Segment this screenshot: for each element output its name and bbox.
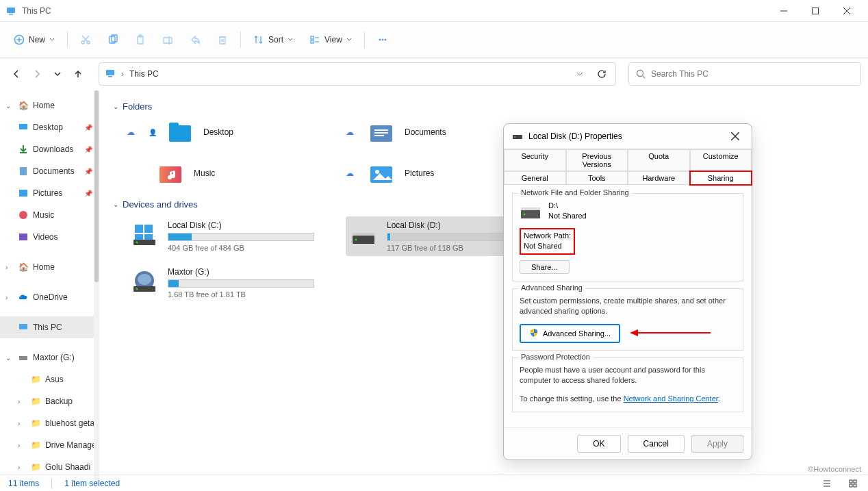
delete-button[interactable] bbox=[210, 29, 235, 51]
svg-rect-48 bbox=[374, 132, 388, 134]
music-icon bbox=[18, 210, 29, 221]
documents-folder-icon bbox=[368, 118, 395, 146]
svg-point-57 bbox=[136, 242, 138, 244]
folder-desktop[interactable]: ☁ 👤 Desktop bbox=[127, 118, 305, 146]
svg-point-29 bbox=[379, 39, 381, 40]
svg-rect-3 bbox=[813, 8, 819, 14]
svg-point-51 bbox=[375, 170, 379, 174]
nav-row: › This PC bbox=[0, 58, 868, 90]
tree-drive-manager[interactable]: ›📁Drive Manager bbox=[0, 434, 99, 456]
tree-this-pc[interactable]: This PC bbox=[0, 316, 99, 338]
share-button[interactable]: Share... bbox=[520, 260, 570, 274]
svg-point-67 bbox=[136, 288, 138, 290]
network-sharing-center-link[interactable]: Network and Sharing Center bbox=[624, 394, 718, 403]
refresh-button[interactable] bbox=[593, 66, 610, 82]
svg-rect-53 bbox=[144, 225, 153, 233]
pc-icon bbox=[105, 68, 116, 81]
tiles-view-button[interactable] bbox=[846, 477, 860, 490]
tab-sharing[interactable]: Sharing bbox=[690, 171, 752, 185]
tree-videos[interactable]: Videos bbox=[0, 226, 99, 248]
cancel-button[interactable]: Cancel bbox=[628, 435, 685, 453]
tree-backup[interactable]: ›📁Backup bbox=[0, 390, 99, 412]
folder-pictures[interactable]: ☁ Pictures bbox=[346, 160, 524, 187]
svg-rect-38 bbox=[19, 190, 27, 197]
svg-rect-15 bbox=[138, 36, 143, 44]
status-bar: 11 items 1 item selected bbox=[0, 475, 868, 491]
tree-bluehost[interactable]: ›📁bluehost getall bbox=[0, 412, 99, 434]
rename-button[interactable] bbox=[155, 29, 180, 51]
tree-maxtor[interactable]: ⌄Maxtor (G:) bbox=[0, 347, 99, 368]
copy-button[interactable] bbox=[101, 29, 125, 51]
tree-desktop[interactable]: Desktop📌 bbox=[0, 116, 99, 138]
new-label: New bbox=[29, 35, 45, 45]
chevron-right-icon: › bbox=[121, 69, 124, 79]
selection-count: 1 item selected bbox=[64, 479, 120, 488]
apply-button[interactable]: Apply bbox=[691, 435, 743, 453]
minimize-button[interactable] bbox=[768, 0, 800, 22]
cut-button[interactable] bbox=[73, 29, 98, 51]
svg-rect-33 bbox=[108, 76, 112, 77]
ok-button[interactable]: OK bbox=[577, 435, 620, 453]
svg-rect-26 bbox=[311, 40, 314, 43]
recent-button[interactable] bbox=[48, 64, 67, 84]
tab-hardware[interactable]: Hardware bbox=[628, 171, 690, 185]
tab-customize[interactable]: Customize bbox=[690, 149, 752, 171]
drive-item[interactable]: Local Disk (C:)404 GB free of 484 GB bbox=[127, 216, 318, 256]
more-button[interactable] bbox=[370, 29, 395, 51]
tree-documents[interactable]: Documents📌 bbox=[0, 160, 99, 182]
videos-icon bbox=[18, 231, 29, 242]
address-bar[interactable]: › This PC bbox=[99, 62, 616, 86]
tree-home[interactable]: ⌄🏠Home bbox=[0, 95, 99, 116]
tree-onedrive[interactable]: ›OneDrive bbox=[0, 286, 99, 308]
tree-music[interactable]: Music bbox=[0, 204, 99, 226]
dialog-close-button[interactable] bbox=[727, 128, 743, 144]
tab-general[interactable]: General bbox=[504, 171, 566, 185]
cloud-icon: ☁ bbox=[127, 127, 139, 137]
nav-pane: ⌄🏠Home Desktop📌 Downloads📌 Documents📌 Pi… bbox=[0, 90, 99, 481]
back-button[interactable] bbox=[7, 64, 26, 84]
search-box[interactable] bbox=[628, 62, 861, 86]
svg-point-74 bbox=[524, 214, 526, 216]
svg-rect-37 bbox=[20, 167, 27, 175]
details-view-button[interactable] bbox=[820, 477, 834, 490]
tree-downloads[interactable]: Downloads📌 bbox=[0, 138, 99, 160]
paste-button[interactable] bbox=[128, 29, 153, 51]
svg-rect-81 bbox=[850, 484, 852, 487]
tab-tools[interactable]: Tools bbox=[566, 171, 628, 185]
password-protection-group: Password Protection People must have a u… bbox=[512, 357, 743, 412]
search-input[interactable] bbox=[651, 69, 854, 79]
share-button[interactable] bbox=[183, 29, 207, 51]
breadcrumb-root[interactable]: This PC bbox=[129, 69, 159, 79]
address-dropdown[interactable] bbox=[572, 66, 588, 82]
maximize-button[interactable] bbox=[800, 0, 831, 22]
folder-music[interactable]: Music bbox=[127, 160, 305, 187]
svg-rect-43 bbox=[169, 125, 191, 142]
folders-header[interactable]: ⌄Folders bbox=[113, 101, 854, 112]
pin-icon: 📌 bbox=[84, 168, 92, 175]
sidebar-scrollbar[interactable] bbox=[94, 90, 99, 481]
view-button[interactable]: View bbox=[303, 29, 359, 51]
tab-quota[interactable]: Quota bbox=[628, 149, 690, 171]
drive-free-text: 404 GB free of 484 GB bbox=[168, 244, 314, 252]
svg-point-31 bbox=[385, 39, 386, 40]
close-button[interactable] bbox=[831, 0, 863, 22]
drive-item[interactable]: Maxtor (G:)1.68 TB free of 1.81 TB bbox=[127, 263, 318, 303]
sort-button[interactable]: Sort bbox=[246, 29, 300, 51]
svg-rect-49 bbox=[374, 135, 384, 136]
tab-security[interactable]: Security bbox=[504, 149, 566, 171]
up-button[interactable] bbox=[68, 64, 88, 84]
folder-documents[interactable]: ☁ Documents bbox=[346, 118, 524, 146]
share-status: Not Shared bbox=[548, 211, 587, 221]
tree-pictures[interactable]: Pictures📌 bbox=[0, 182, 99, 204]
svg-rect-25 bbox=[311, 36, 314, 39]
drive-icon bbox=[350, 221, 377, 248]
new-button[interactable]: New bbox=[7, 29, 62, 51]
desktop-icon bbox=[18, 122, 29, 133]
tree-home2[interactable]: ›🏠Home bbox=[0, 256, 99, 278]
tree-asus[interactable]: 📁Asus bbox=[0, 368, 99, 390]
forward-button[interactable] bbox=[27, 64, 47, 84]
advanced-sharing-button[interactable]: Advanced Sharing... bbox=[520, 324, 620, 343]
content-pane: ⌄Folders ☁ 👤 Desktop Music ☁ Docume bbox=[99, 90, 868, 481]
svg-point-60 bbox=[355, 239, 357, 241]
tab-previous-versions[interactable]: Previous Versions bbox=[566, 149, 628, 171]
